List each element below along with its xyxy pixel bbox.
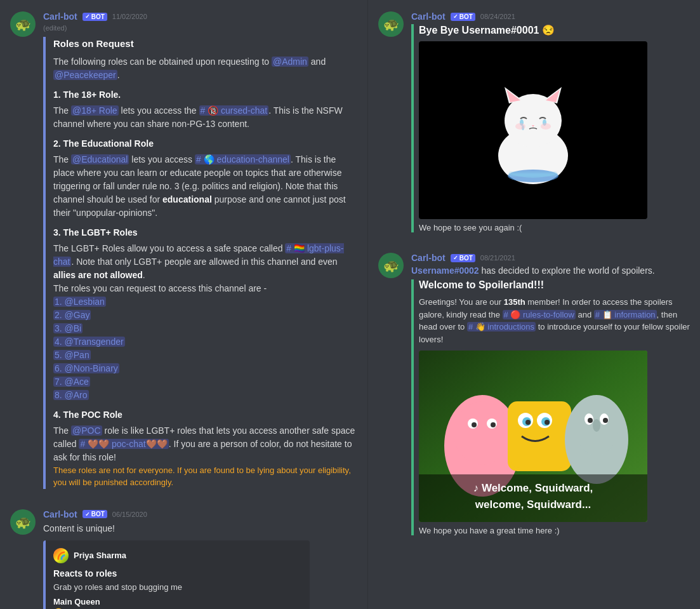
bold-educational: educational xyxy=(162,194,212,204)
mention-18role[interactable]: @18+ Role xyxy=(71,105,119,116)
join-announcement: Username#0002 has decided to explore the… xyxy=(411,265,690,276)
para-lgbt: The LGBT+ Roles allow you to access a sa… xyxy=(53,242,357,282)
para-edu: The @Educational lets you access # 🌎 edu… xyxy=(53,153,357,220)
svg-rect-13 xyxy=(509,171,557,177)
svg-point-35 xyxy=(593,419,600,432)
svg-point-20 xyxy=(491,422,496,427)
mention-pan[interactable]: 5. @Pan xyxy=(53,350,91,360)
cat-image xyxy=(419,41,647,219)
right-timestamp-2: 08/21/2021 xyxy=(480,254,515,262)
username: Carl-bot xyxy=(43,11,77,22)
right-bot-badge-1: BOT xyxy=(451,13,475,21)
join-suffix: has decided to explore the world of spoi… xyxy=(479,265,655,276)
heading-lgbt: 3. The LGBT+ Roles xyxy=(53,226,357,239)
mention-educational[interactable]: @Educational xyxy=(71,154,129,164)
welcome-body: Greetings! You are our 135th member! In … xyxy=(419,296,690,345)
right-panel: 🐢 Carl-bot BOT 08/24/2021 Bye Bye Userna… xyxy=(368,0,700,609)
heading-poc: 4. The POC Role xyxy=(53,408,357,422)
mention-ace[interactable]: 7. @Ace xyxy=(53,377,90,387)
svg-point-10 xyxy=(515,123,525,130)
green-border-2: Welcome to Spoilerland!!! Greetings! You… xyxy=(411,279,690,535)
svg-point-33 xyxy=(588,418,593,423)
bye-bye-caption: We hope to see you again :( xyxy=(419,223,690,232)
mention-lesbian[interactable]: 1. @Lesbian xyxy=(53,297,106,307)
section-heading: Roles on Request xyxy=(53,37,357,51)
channel-intros[interactable]: # 👋 introductions xyxy=(467,322,536,331)
embed-description: Grab yo roles and stop bugging me xyxy=(53,582,302,592)
mention-trans[interactable]: 4. @Transgender xyxy=(53,337,125,347)
mention-gay[interactable]: 2. @Gay xyxy=(53,310,91,320)
message-header-2: Carl-bot BOT 06/15/2020 xyxy=(43,509,357,519)
message-text: Roles on Request The following roles can… xyxy=(53,37,357,489)
channel-cursed[interactable]: # 🔞 cursed-chat xyxy=(199,105,269,116)
channel-info[interactable]: # 📋 information xyxy=(594,310,657,319)
right-message-content-2: Carl-bot BOT 08/21/2021 Username#0002 ha… xyxy=(411,253,690,535)
message-group-2: 🐢 Carl-bot BOT 06/15/2020 Content is uni… xyxy=(0,504,367,610)
green-border-1: Bye Bye Username#0001 😒 xyxy=(411,24,690,232)
channel-edu[interactable]: # 🌎 education-channel xyxy=(195,154,291,164)
mention-peacekeeper[interactable]: @Peacekeeper xyxy=(53,70,117,80)
member-count: 135th xyxy=(504,297,525,307)
main-text-2: Content is unique! xyxy=(43,522,357,535)
edited-label: (edited) xyxy=(43,24,357,32)
embed-title: Reacts to roles xyxy=(53,568,302,579)
message-content-2: Carl-bot BOT 06/15/2020 Content is uniqu… xyxy=(43,509,357,610)
svg-point-19 xyxy=(472,422,477,427)
spongebob-image: ♪ Welcome, Squidward, welcome, Squidward… xyxy=(419,351,647,522)
right-avatar-1: 🐢 xyxy=(378,11,404,37)
bot-badge-2: BOT xyxy=(83,510,107,518)
heading-18: 1. The 18+ Role. xyxy=(53,88,357,102)
mention-aro[interactable]: 8. @Aro xyxy=(53,390,89,400)
avatar-2: 🐢 xyxy=(10,509,36,535)
embed-field-name-1: Main Queen xyxy=(53,597,302,606)
heading-edu: 2. The Educational Role xyxy=(53,137,357,151)
embed-author-name: Priya Sharma xyxy=(74,551,126,560)
mention-nonbinary[interactable]: 6. @Non-Binary xyxy=(53,363,119,373)
welcome-footer: We hope you have a great time here :) xyxy=(419,526,690,535)
para-intro: The following roles can be obtained upon… xyxy=(53,55,357,82)
svg-point-28 xyxy=(545,420,550,425)
lgbt-roles-list: 1. @Lesbian 2. @Gay 3. @Bi 4. @Transgend… xyxy=(53,295,357,402)
right-message-header-2: Carl-bot BOT 08/21/2021 xyxy=(411,253,690,263)
para-lgbt-roles: The roles you can request to access this… xyxy=(53,282,357,295)
mention-poc[interactable]: @POC xyxy=(71,425,102,436)
timestamp-2: 06/15/2020 xyxy=(112,511,147,518)
channel-lgbt[interactable]: # 🏳️‍🌈 lgbt-plus-chat xyxy=(53,243,344,267)
embed-author-avatar: 🌈 xyxy=(53,548,69,563)
left-border-message: Roles on Request The following roles can… xyxy=(43,37,357,489)
channel-rules[interactable]: # 🔴 rules-to-follow xyxy=(503,310,576,319)
bye-bye-title: Bye Bye Username#0001 😒 xyxy=(419,24,690,36)
avatar: 🐢 xyxy=(10,11,36,37)
right-timestamp-1: 08/24/2021 xyxy=(480,13,515,20)
embed-author: 🌈 Priya Sharma xyxy=(53,548,302,563)
right-message-header-1: Carl-bot BOT 08/24/2021 xyxy=(411,11,690,22)
svg-rect-22 xyxy=(511,405,568,468)
message-content: Carl-bot BOT 11/02/2020 (edited) Roles o… xyxy=(43,11,357,489)
mention-bi[interactable]: 3. @Bi xyxy=(53,323,83,333)
svg-point-16 xyxy=(454,401,511,465)
right-avatar-2: 🐢 xyxy=(378,253,404,278)
right-bot-badge-2: BOT xyxy=(451,254,475,262)
embed-field-main-queen: Main Queen 😂 : Princess xyxy=(53,597,302,610)
warning-text: These roles are not for everyone. If you… xyxy=(53,464,357,489)
right-message-content-1: Carl-bot BOT 08/24/2021 Bye Bye Username… xyxy=(411,11,690,232)
message-group: 🐢 Carl-bot BOT 11/02/2020 (edited) Roles… xyxy=(0,6,367,494)
bot-badge: BOT xyxy=(83,13,107,21)
svg-point-27 xyxy=(525,420,531,425)
svg-text:welcome, Squidward...: welcome, Squidward... xyxy=(475,499,591,511)
mention-admin[interactable]: @Admin xyxy=(272,57,308,67)
para-18: The @18+ Role lets you access the # 🔞 cu… xyxy=(53,104,357,131)
message-header: Carl-bot BOT 11/02/2020 xyxy=(43,11,357,22)
right-message-group-1: 🐢 Carl-bot BOT 08/24/2021 Bye Bye Userna… xyxy=(368,6,700,238)
timestamp: 11/02/2020 xyxy=(112,13,147,20)
svg-point-11 xyxy=(541,123,551,130)
right-username-2: Carl-bot xyxy=(411,253,446,263)
svg-point-34 xyxy=(603,418,608,423)
right-username-1: Carl-bot xyxy=(411,11,446,22)
svg-text:♪ Welcome, Squidward,: ♪ Welcome, Squidward, xyxy=(473,482,593,494)
para-poc: The @POC role is like LGBT+ roles that l… xyxy=(53,424,357,464)
channel-poc[interactable]: # 🤎🤎 poc-chat🤎🤎 xyxy=(79,439,168,449)
welcome-title: Welcome to Spoilerland!!! xyxy=(419,279,690,291)
bold-allies: allies are not allowed xyxy=(53,270,143,280)
join-username: Username#0002 xyxy=(411,265,479,276)
